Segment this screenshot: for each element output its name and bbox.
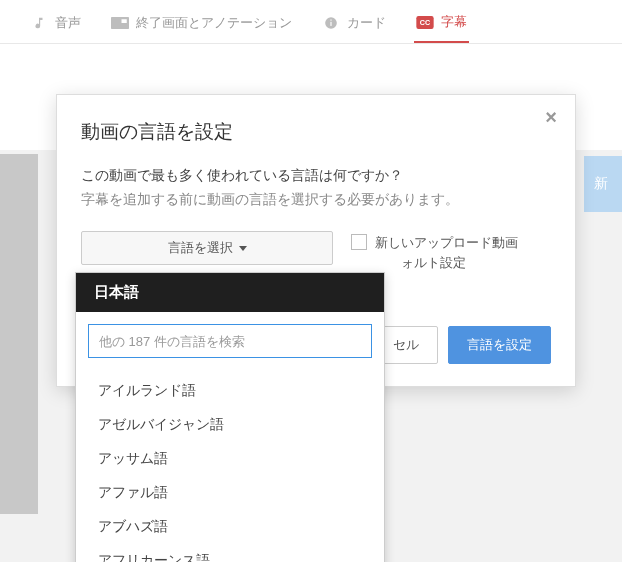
checkbox-label: 新しいアップロード動画 デフォルト設定 bbox=[375, 233, 518, 272]
close-icon[interactable]: × bbox=[537, 103, 565, 131]
tab-label: 字幕 bbox=[441, 13, 467, 31]
tab-label: カード bbox=[347, 14, 386, 32]
cancel-label: セル bbox=[393, 337, 419, 352]
language-search-input[interactable] bbox=[88, 324, 372, 358]
select-label: 言語を選択 bbox=[168, 239, 233, 257]
modal-question: この動画で最も多く使われている言語は何ですか？ bbox=[81, 167, 551, 185]
dropdown-selected[interactable]: 日本語 bbox=[76, 273, 384, 312]
tab-cards[interactable]: カード bbox=[320, 8, 388, 42]
tab-bar: 音声 終了画面とアノテーション カード CC 字幕 bbox=[0, 0, 622, 44]
default-for-uploads-checkbox-row[interactable]: 新しいアップロード動画 デフォルト設定 bbox=[351, 231, 551, 272]
checkbox-icon[interactable] bbox=[351, 234, 367, 250]
endscreen-icon bbox=[111, 16, 129, 30]
music-note-icon bbox=[30, 16, 48, 30]
svg-rect-1 bbox=[122, 19, 127, 23]
tab-endscreen[interactable]: 終了画面とアノテーション bbox=[109, 8, 294, 42]
video-thumbnail-sliver bbox=[0, 154, 38, 514]
language-option[interactable]: アフリカーンス語 bbox=[76, 544, 384, 562]
language-option[interactable]: アゼルバイジャン語 bbox=[76, 408, 384, 442]
right-action-label: 新 bbox=[594, 175, 608, 193]
chevron-down-icon bbox=[239, 246, 247, 251]
svg-rect-3 bbox=[330, 21, 331, 25]
info-circle-icon bbox=[322, 16, 340, 30]
language-list[interactable]: アイルランド語 アゼルバイジャン語 アッサム語 アファル語 アブハズ語 アフリカ… bbox=[76, 370, 384, 562]
modal-title: 動画の言語を設定 bbox=[81, 119, 551, 145]
language-option[interactable]: アイルランド語 bbox=[76, 374, 384, 408]
tab-captions[interactable]: CC 字幕 bbox=[414, 7, 469, 43]
svg-rect-4 bbox=[330, 19, 331, 20]
language-option[interactable]: アブハズ語 bbox=[76, 510, 384, 544]
language-option[interactable]: アッサム語 bbox=[76, 442, 384, 476]
right-action-button-partial[interactable]: 新 bbox=[584, 156, 622, 212]
modal-subtitle: 字幕を追加する前に動画の言語を選択する必要があります。 bbox=[81, 191, 551, 209]
confirm-button[interactable]: 言語を設定 bbox=[448, 326, 551, 364]
svg-text:CC: CC bbox=[420, 18, 431, 27]
language-select-button[interactable]: 言語を選択 bbox=[81, 231, 333, 265]
language-dropdown: 日本語 アイルランド語 アゼルバイジャン語 アッサム語 アファル語 アブハズ語 … bbox=[75, 272, 385, 562]
cc-icon: CC bbox=[416, 15, 434, 29]
language-option[interactable]: アファル語 bbox=[76, 476, 384, 510]
tab-label: 音声 bbox=[55, 14, 81, 32]
confirm-label: 言語を設定 bbox=[467, 337, 532, 352]
tab-audio[interactable]: 音声 bbox=[28, 8, 83, 42]
tab-label: 終了画面とアノテーション bbox=[136, 14, 292, 32]
